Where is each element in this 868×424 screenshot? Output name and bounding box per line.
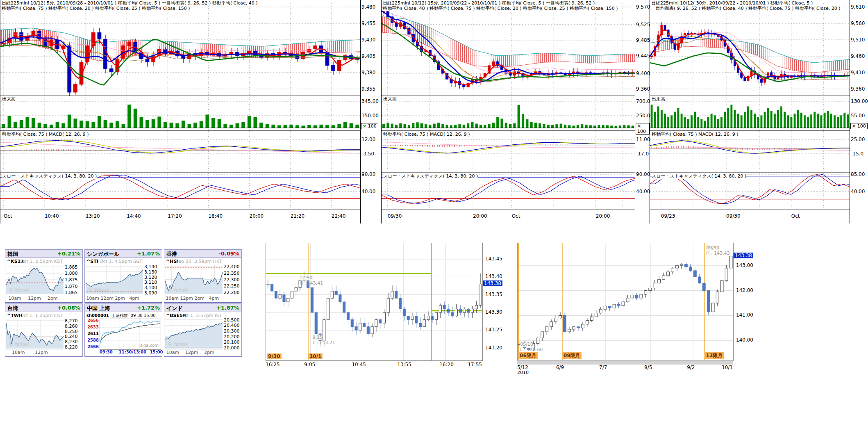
volume-tick: 700.0	[636, 98, 650, 104]
y-tick: 22,300	[224, 277, 240, 283]
tech-panel-5min[interactable]: 日経225mini 10/12( 5分, 2010/09/28 - 2010/1…	[0, 0, 381, 223]
y-axis-labels: 22,40022,35022,30022,25022,200	[223, 263, 241, 296]
high-annotation: 09/30H : 143.43	[706, 245, 729, 256]
market-widget-hongkong[interactable]: 香港 -0.09% ^HSI Sep 30, 3:59pm HKT 22,400…	[164, 249, 242, 303]
y-tick: 2588	[87, 338, 99, 342]
volume-multiplier-badge: × 100	[636, 123, 650, 134]
time-label: 13:55	[397, 362, 411, 367]
x-axis-labels: 10am12pm2pm4pm	[165, 295, 223, 302]
last-price-badge: 143.38	[483, 280, 502, 286]
nikkei-5min-chart[interactable]	[0, 0, 360, 223]
market-name: 香港	[166, 251, 177, 258]
market-widget-korea[interactable]: 韓国 +0.21% ^KS11 Oct 1, 2:56pm KST 1,8851…	[5, 249, 83, 303]
price-tick: 9,560	[851, 21, 865, 26]
tech-panel-30min[interactable]: 日経225mini 10/12( 30分, 2010/09/22 - 2010/…	[650, 0, 868, 223]
x-tick: 12pm	[28, 296, 41, 301]
session-box: 06限月	[518, 352, 538, 359]
volume-panel-title: 出来高	[383, 96, 397, 102]
nikkei-30min-chart[interactable]	[650, 0, 850, 223]
widget-header: シンガポール +1.07%	[85, 250, 162, 258]
price-tick: 143.35	[485, 292, 502, 297]
price-tick: 9,510	[851, 37, 865, 43]
market-widget-singapore[interactable]: シンガポール +1.07% ^STI Oct 1, 4:59pm SGT 3,1…	[84, 249, 162, 303]
time-label: 13:20	[86, 213, 100, 219]
session-box: 10/1	[308, 353, 323, 359]
x-tick: 2pm	[115, 296, 125, 301]
price-tick: 9,445	[636, 53, 650, 59]
y-tick: 8,250	[65, 329, 78, 334]
x-tick: 10am	[9, 296, 21, 301]
time-label: Oct	[512, 213, 520, 219]
chart-indicators: 移動平均( Close, 75 ) 移動平均( Close, 20 ) 移動平均…	[2, 6, 190, 11]
daily-candles[interactable]	[518, 243, 733, 360]
high-annotation: 17:50H : 143.41	[300, 275, 323, 286]
y-axis-labels: 20,50020,40020,30020,20020,10020,000	[223, 317, 241, 350]
x-tick: 10am	[86, 296, 99, 301]
x-tick: 12pm	[180, 296, 193, 301]
x-tick: 12pm	[100, 296, 114, 301]
y-tick: 1,885	[65, 264, 78, 270]
axis-scrollbar[interactable]	[517, 360, 733, 365]
y-tick: 20,200	[224, 334, 240, 340]
time-label: 17:20	[168, 213, 182, 219]
y-tick: 1,880	[65, 271, 78, 276]
macd-panel-title: 移動平均( Close, 75 ) MACD( 12, 26, 9 )	[2, 131, 89, 137]
time-label: 9/2	[687, 365, 695, 370]
price-tick: 9,405	[361, 53, 375, 59]
market-widget-shanghai[interactable]: 中国 上海 +1.72% sh000001 上证指数 09-30 15:00 2…	[84, 303, 162, 357]
y-tick: 20,100	[224, 340, 240, 345]
y-tick: 3,090	[144, 290, 157, 296]
y-tick: 2633	[87, 325, 99, 329]
x-tick: 10am	[12, 350, 25, 355]
widget-header: 香港 -0.09%	[164, 250, 241, 258]
market-widget-india[interactable]: インド +1.87% ^BSESN Oct 1, 2:57pm IST 20,5…	[164, 303, 242, 357]
macd-tick: 11.00	[636, 137, 650, 142]
x-axis-labels: 10am12pm2pm	[165, 349, 223, 356]
futures-daily-chart[interactable]: 09/30H : 143.4305/13L : 139.6006限月09限月12…	[515, 241, 745, 373]
y-tick: 22,250	[224, 283, 240, 289]
time-label: 5/12	[517, 365, 528, 370]
y-tick: 8,230	[65, 339, 78, 344]
y-tick: 8,220	[65, 344, 78, 350]
y-tick: 20,000	[224, 345, 240, 351]
x-tick: 12pm	[35, 350, 48, 355]
change-percent: +1.72%	[137, 305, 160, 311]
y-axis-labels: 3,1403,1303,1203,1103,1003,090	[143, 263, 162, 296]
y-tick: 3,110	[144, 280, 157, 285]
x-tick: 4pm	[209, 296, 219, 301]
change-percent: +0.21%	[57, 251, 80, 257]
time-label: 18:40	[208, 213, 223, 219]
yahoo-watermark: © Yahoo!	[9, 287, 30, 293]
tech-panel-15min[interactable]: 日経225mini 10/12( 15分, 2010/09/22 - 2010/…	[381, 0, 650, 223]
y-tick: 2656	[87, 318, 99, 323]
x-tick: 10am	[166, 350, 179, 355]
volume-panel-title: 出来高	[2, 96, 16, 102]
price-tick: 9,610	[851, 4, 865, 10]
ticker-symbol: ^STI	[86, 259, 98, 264]
time-axis: 09/3020:00Oct20:00	[382, 211, 635, 223]
time-label: Oct	[4, 213, 12, 219]
nikkei-15min-chart[interactable]	[382, 0, 635, 223]
futures-intraday-chart[interactable]: 17:50H : 143.419:15L : 143.219/3010/1 14…	[263, 242, 486, 373]
market-widget-taiwan[interactable]: 台湾 +0.08% ^TWII Oct 1, 1:25pm CST 8,2708…	[5, 303, 83, 357]
x-tick: 12pm	[185, 350, 198, 355]
y-tick: 1,865	[65, 290, 78, 295]
x-axis-labels: 10am12pm2pm4pm	[86, 295, 143, 302]
sina-chart-title: sh000001 上证指数 09-30 15:00	[86, 313, 160, 319]
y-tick: 2611	[87, 331, 99, 336]
time-label: 20:00	[250, 213, 264, 219]
quote-time: Sep 30, 3:59pm HKT	[176, 259, 222, 264]
time-label: 14:40	[127, 213, 141, 219]
y-tick: 20,300	[224, 328, 240, 334]
time-label: 21:20	[291, 213, 305, 219]
volume-tick: 55.00	[851, 113, 865, 119]
market-name: 中国 上海	[87, 305, 110, 312]
change-percent: +1.87%	[216, 305, 239, 311]
price-tick: 9,410	[851, 70, 865, 75]
x-tick: 10am	[166, 296, 178, 301]
price-tick: 9,360	[636, 86, 650, 92]
intraday-candles[interactable]	[266, 243, 482, 360]
price-tick: 9,355	[361, 86, 375, 92]
volume-tick: 250.0	[636, 113, 650, 119]
stoch-tick: 40.00	[851, 189, 865, 194]
